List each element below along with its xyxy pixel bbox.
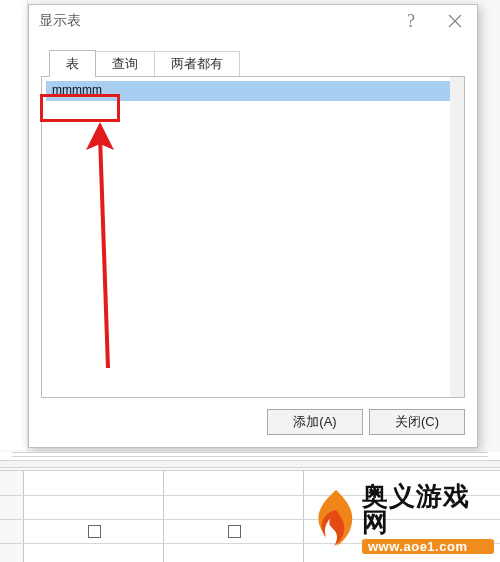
grid-column[interactable] — [164, 471, 304, 562]
close-button[interactable]: 关闭(C) — [369, 409, 465, 435]
watermark-logo: 奥义游戏网 www.aoe1.com — [314, 480, 494, 556]
close-icon[interactable] — [433, 5, 477, 37]
tab-queries[interactable]: 查询 — [95, 51, 155, 78]
tab-tables[interactable]: 表 — [49, 50, 96, 77]
grid-show-checkbox[interactable] — [228, 525, 241, 538]
tab-strip: 表 查询 两者都有 — [49, 49, 465, 76]
dialog-title: 显示表 — [39, 12, 81, 30]
annotation-highlight-box — [40, 94, 120, 122]
grid-column[interactable] — [24, 471, 164, 562]
watermark-site-name: 奥义游戏网 — [362, 483, 494, 535]
tables-listbox[interactable]: mmmmm — [41, 76, 465, 398]
watermark-text: 奥义游戏网 www.aoe1.com — [362, 483, 494, 554]
listbox-scrollbar[interactable] — [450, 77, 464, 397]
dialog-buttons: 添加(A) 关闭(C) — [267, 409, 465, 435]
watermark-site-url: www.aoe1.com — [362, 539, 494, 554]
app-divider-band — [0, 460, 500, 468]
app-left-panel-fragment — [0, 0, 28, 450]
app-divider-upper — [0, 452, 500, 460]
tab-both[interactable]: 两者都有 — [154, 51, 240, 78]
help-button[interactable]: ? — [389, 5, 433, 37]
show-table-dialog: 显示表 ? 表 查询 两者都有 mmmmm 添加(A) 关闭(C) — [28, 4, 478, 448]
grid-row-selector-column — [0, 471, 24, 562]
flame-icon — [314, 488, 358, 548]
grid-show-checkbox[interactable] — [88, 525, 101, 538]
add-button[interactable]: 添加(A) — [267, 409, 363, 435]
titlebar: 显示表 ? — [29, 5, 477, 37]
